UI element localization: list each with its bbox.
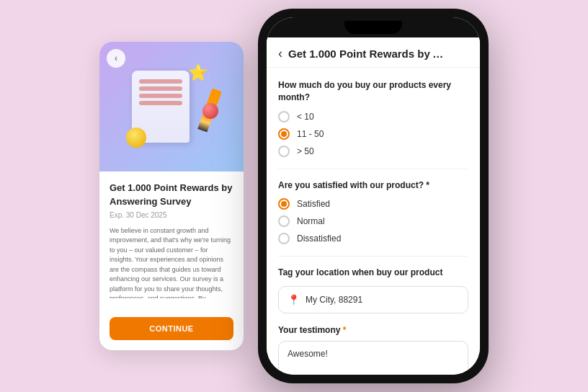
sphere-icon xyxy=(202,103,218,119)
divider2 xyxy=(278,256,468,257)
left-card: ‹ ⭐ Get 1.000 Point Rewards by Answering… xyxy=(99,42,244,349)
phone-header: ‹ Get 1.000 Point Rewards by An... xyxy=(267,37,480,68)
location-text: My City, 88291 xyxy=(306,295,362,305)
phone-content: ‹ Get 1.000 Point Rewards by An... How m… xyxy=(267,37,480,375)
card-image-area: ‹ ⭐ xyxy=(99,42,244,172)
phone-back-icon[interactable]: ‹ xyxy=(278,46,282,61)
card-title: Get 1.000 Point Rewards by Answering Sur… xyxy=(110,182,233,208)
testimony-label: Your testimony * xyxy=(278,325,468,335)
radio-dissatisfied[interactable]: Dissatisfied xyxy=(278,233,468,244)
card-back-button[interactable]: ‹ xyxy=(107,49,125,68)
question1-label: How much do you buy our products every m… xyxy=(278,79,468,104)
notch-area xyxy=(267,17,480,37)
radio-11-50[interactable]: 11 - 50 xyxy=(278,128,468,140)
question2-options: Satisfied Normal Dissatisfied xyxy=(278,198,468,244)
question2-label: Are you satisfied with our product? * xyxy=(278,179,468,192)
card-body: Get 1.000 Point Rewards by Answering Sur… xyxy=(99,172,244,308)
divider1 xyxy=(278,169,468,169)
star-icon: ⭐ xyxy=(188,63,208,82)
radio-label-normal: Normal xyxy=(297,216,325,226)
illustration: ⭐ xyxy=(125,60,218,153)
survey-body: How much do you buy our products every m… xyxy=(267,68,480,375)
radio-label-lt10: < 10 xyxy=(297,112,314,122)
phone-frame: ‹ Get 1.000 Point Rewards by An... How m… xyxy=(258,9,489,383)
radio-circle-lt10 xyxy=(278,111,290,122)
continue-button[interactable]: CONTINUE xyxy=(110,317,233,340)
radio-label-satisfied: Satisfied xyxy=(297,199,330,209)
card-description: We believe in constant growth and improv… xyxy=(110,226,233,298)
question1-options: < 10 11 - 50 > 50 xyxy=(278,111,468,157)
notch xyxy=(344,21,402,34)
phone-header-title: Get 1.000 Point Rewards by An... xyxy=(288,48,447,60)
radio-label-11-50: 11 - 50 xyxy=(297,129,324,139)
location-label: Tag your location when buy our product xyxy=(278,267,468,279)
radio-label-dissatisfied: Dissatisfied xyxy=(297,233,341,244)
radio-circle-normal xyxy=(278,215,290,227)
radio-circle-gt50 xyxy=(278,146,290,157)
radio-circle-11-50 xyxy=(278,128,290,140)
phone-screen: ‹ Get 1.000 Point Rewards by An... How m… xyxy=(267,17,480,375)
radio-satisfied[interactable]: Satisfied xyxy=(278,198,468,210)
radio-label-gt50: > 50 xyxy=(297,146,314,156)
radio-circle-satisfied xyxy=(278,198,290,210)
scene: ‹ ⭐ Get 1.000 Point Rewards by Answering… xyxy=(99,9,489,383)
testimony-textarea[interactable]: Awesome! xyxy=(278,341,468,375)
radio-lt10[interactable]: < 10 xyxy=(278,111,468,122)
card-expiry: Exp. 30 Dec 2025 xyxy=(110,211,233,219)
location-field[interactable]: 📍 My City, 88291 xyxy=(278,286,468,313)
radio-normal[interactable]: Normal xyxy=(278,215,468,227)
location-icon: 📍 xyxy=(288,294,300,306)
radio-gt50[interactable]: > 50 xyxy=(278,146,468,157)
radio-circle-dissatisfied xyxy=(278,233,290,244)
coin-icon xyxy=(126,128,146,148)
